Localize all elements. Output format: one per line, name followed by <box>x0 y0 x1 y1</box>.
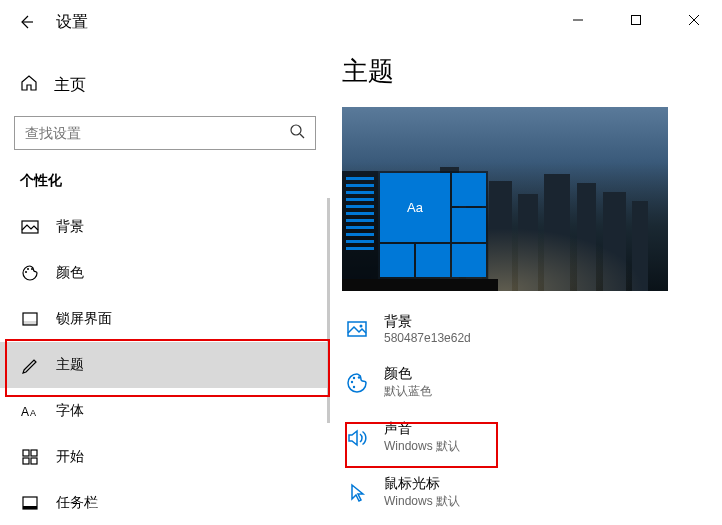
nav-label: 字体 <box>56 402 84 420</box>
option-background[interactable]: 背景 580487e13e62d <box>342 307 710 351</box>
section-title: 个性化 <box>0 158 330 198</box>
svg-point-4 <box>31 268 33 270</box>
home-nav[interactable]: 主页 <box>0 62 330 108</box>
svg-point-19 <box>353 376 355 378</box>
preview-tile-text: Aa <box>380 173 450 242</box>
sidebar-item-fonts[interactable]: AA 字体 <box>0 388 330 434</box>
svg-rect-10 <box>31 450 37 456</box>
svg-rect-12 <box>31 458 37 464</box>
theme-icon <box>20 355 40 375</box>
option-title: 颜色 <box>384 365 432 383</box>
maximize-button[interactable] <box>616 6 656 34</box>
svg-rect-15 <box>632 16 641 25</box>
svg-point-20 <box>358 376 360 378</box>
svg-point-0 <box>291 125 301 135</box>
svg-point-2 <box>25 271 27 273</box>
close-button[interactable] <box>674 6 714 34</box>
theme-options: 背景 580487e13e62d 颜色 默认蓝色 声音 Windows 默认 鼠… <box>342 307 710 516</box>
window-title: 设置 <box>56 12 88 33</box>
option-subtitle: Windows 默认 <box>384 493 460 510</box>
palette-icon <box>344 370 370 396</box>
svg-point-3 <box>27 268 29 270</box>
sidebar-item-lockscreen[interactable]: 锁屏界面 <box>0 296 330 342</box>
search-box[interactable] <box>14 116 316 150</box>
option-title: 背景 <box>384 313 471 331</box>
svg-rect-14 <box>23 506 37 509</box>
svg-point-17 <box>360 325 363 328</box>
option-sound[interactable]: 声音 Windows 默认 <box>342 414 710 461</box>
option-subtitle: 580487e13e62d <box>384 331 471 345</box>
option-subtitle: 默认蓝色 <box>384 383 432 400</box>
svg-text:A: A <box>21 405 29 418</box>
nav-label: 背景 <box>56 218 84 236</box>
picture-icon <box>344 316 370 342</box>
cursor-icon <box>344 480 370 506</box>
main-content: 主题 Aa 背景 580487e13e62d <box>330 0 722 525</box>
page-title: 主题 <box>342 54 710 89</box>
svg-text:A: A <box>30 408 36 418</box>
home-label: 主页 <box>54 75 86 96</box>
font-icon: AA <box>20 401 40 421</box>
lockscreen-icon <box>20 309 40 329</box>
nav-label: 锁屏界面 <box>56 310 112 328</box>
svg-rect-6 <box>23 321 37 325</box>
svg-point-18 <box>351 380 353 382</box>
sidebar-item-start[interactable]: 开始 <box>0 434 330 480</box>
nav-label: 主题 <box>56 356 84 374</box>
window-controls <box>558 6 714 34</box>
minimize-button[interactable] <box>558 6 598 34</box>
back-button[interactable] <box>14 10 38 34</box>
header-row: 设置 <box>0 0 330 44</box>
theme-preview[interactable]: Aa <box>342 107 668 291</box>
taskbar-icon <box>20 493 40 513</box>
start-icon <box>20 447 40 467</box>
sidebar-item-color[interactable]: 颜色 <box>0 250 330 296</box>
search-input[interactable] <box>25 125 289 141</box>
picture-icon <box>20 217 40 237</box>
nav-label: 颜色 <box>56 264 84 282</box>
sidebar-item-themes[interactable]: 主题 <box>0 342 330 388</box>
option-color[interactable]: 颜色 默认蓝色 <box>342 359 710 406</box>
nav-label: 开始 <box>56 448 84 466</box>
option-title: 声音 <box>384 420 460 438</box>
svg-rect-11 <box>23 458 29 464</box>
sound-icon <box>344 425 370 451</box>
svg-point-21 <box>353 385 355 387</box>
palette-icon <box>20 263 40 283</box>
option-cursor[interactable]: 鼠标光标 Windows 默认 <box>342 469 710 516</box>
nav-label: 任务栏 <box>56 494 98 512</box>
sidebar: 设置 主页 个性化 背景 颜色 锁屏界面 主题 AA <box>0 0 330 525</box>
sidebar-item-taskbar[interactable]: 任务栏 <box>0 480 330 525</box>
nav-list: 背景 颜色 锁屏界面 主题 AA 字体 开始 任务栏 <box>0 204 330 525</box>
home-icon <box>20 74 38 96</box>
search-icon <box>289 123 305 143</box>
svg-rect-9 <box>23 450 29 456</box>
option-subtitle: Windows 默认 <box>384 438 460 455</box>
option-title: 鼠标光标 <box>384 475 460 493</box>
sidebar-item-background[interactable]: 背景 <box>0 204 330 250</box>
